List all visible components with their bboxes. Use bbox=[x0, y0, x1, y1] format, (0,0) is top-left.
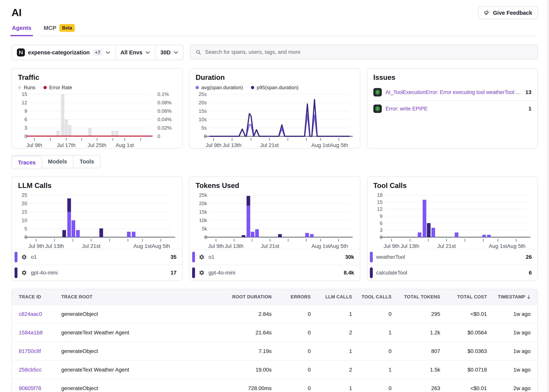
tab-traces[interactable]: Traces bbox=[12, 156, 42, 169]
tokens-series-row[interactable]: o130k bbox=[189, 249, 360, 265]
timestamp-cell[interactable]: 1w ago bbox=[487, 329, 531, 336]
table-row[interactable]: 81750c8fgenerateObject7.19s010807$0.0363… bbox=[12, 342, 537, 360]
trace-id-link[interactable]: 258cb5cc bbox=[19, 367, 61, 373]
legend-label: p95(span.duration) bbox=[257, 84, 299, 91]
duration-legend-item[interactable]: avg(span.duration) bbox=[196, 84, 243, 91]
svg-text:15s: 15s bbox=[199, 108, 207, 114]
project-name: expense-categorization bbox=[28, 49, 90, 56]
tokens-used-panel: Tokens Used 05k10k15k20k25kJul 9thJul 13… bbox=[189, 176, 360, 281]
trace-root-cell: generateText Weather Agent bbox=[61, 329, 218, 336]
page-content: AI Give Feedback Agents MCP Beta expense… bbox=[0, 0, 549, 392]
svg-text:Aug 5th: Aug 5th bbox=[507, 243, 525, 249]
series-label: gpt-4o-mini bbox=[208, 270, 340, 276]
env-filter-label: All Envs bbox=[121, 49, 142, 56]
traffic-legend-item[interactable]: Runs bbox=[18, 84, 36, 91]
scrollbar-track[interactable] bbox=[548, 0, 548, 392]
svg-text:25s: 25s bbox=[199, 91, 207, 97]
tool-calls-cell: 0 bbox=[352, 311, 392, 317]
env-filter[interactable]: All Envs bbox=[115, 45, 155, 60]
llm-series-row[interactable]: o135 bbox=[12, 249, 182, 265]
svg-text:Jul 17th: Jul 17th bbox=[57, 142, 76, 148]
column-header-root-duration[interactable]: ROOT DURATION bbox=[218, 294, 272, 300]
issue-row[interactable]: AI_ToolExecutionError: Error executing t… bbox=[367, 84, 537, 100]
trace-id-link[interactable]: 81750c8f bbox=[19, 348, 61, 354]
llm-calls-cell: 2 bbox=[311, 329, 352, 336]
search-icon bbox=[195, 49, 201, 55]
timestamp-cell[interactable]: 2w ago bbox=[487, 385, 531, 392]
svg-text:Aug 5th: Aug 5th bbox=[152, 243, 170, 249]
total-tokens-cell: 263 bbox=[392, 385, 440, 392]
legend-dot bbox=[196, 86, 199, 89]
traffic-title: Traffic bbox=[18, 73, 176, 82]
svg-text:Aug 5th: Aug 5th bbox=[329, 243, 348, 249]
series-color-swatch bbox=[370, 252, 373, 262]
trace-root-cell: generateObject bbox=[61, 385, 218, 392]
tab-mcp-label: MCP bbox=[44, 25, 57, 31]
total-cost-cell: <$0.01 bbox=[440, 385, 487, 392]
tab-tools[interactable]: Tools bbox=[74, 155, 100, 168]
traffic-legend: RunsError Rate bbox=[18, 84, 176, 91]
give-feedback-button[interactable]: Give Feedback bbox=[478, 7, 538, 19]
column-header-trace-root[interactable]: TRACE ROOT bbox=[61, 294, 218, 300]
tool-calls-cell: 0 bbox=[352, 348, 392, 354]
openai-icon bbox=[199, 254, 205, 260]
tools-series-row[interactable]: calculateTool6 bbox=[367, 265, 537, 280]
series-value: 17 bbox=[171, 270, 176, 276]
root-duration-cell: 21.64s bbox=[218, 329, 272, 336]
issue-link[interactable]: AI_ToolExecutionError: Error executing t… bbox=[385, 89, 522, 95]
tokens-used-chart: 05k10k15k20k25kJul 9thJul 13thJul 21stAu… bbox=[196, 192, 354, 249]
trace-id-link[interactable]: c824aac0 bbox=[19, 311, 61, 317]
traffic-legend-item[interactable]: Error Rate bbox=[43, 84, 72, 91]
issue-row[interactable]: Error: write EPIPE1 bbox=[367, 100, 537, 117]
svg-text:10s: 10s bbox=[199, 117, 207, 122]
date-range-filter[interactable]: 30D bbox=[155, 45, 183, 60]
table-row[interactable]: 258cb5ccgenerateText Weather Agent19.00s… bbox=[12, 360, 537, 379]
legend-label: avg(span.duration) bbox=[201, 84, 243, 91]
column-header-errors[interactable]: ERRORS bbox=[272, 294, 311, 300]
search-input[interactable] bbox=[205, 49, 533, 55]
column-header-total-tokens[interactable]: TOTAL TOKENS bbox=[392, 294, 440, 300]
tab-agents-label: Agents bbox=[12, 25, 31, 31]
timestamp-cell[interactable]: 1w ago bbox=[487, 311, 531, 317]
trace-id-link[interactable]: 1584a1b8 bbox=[19, 329, 61, 336]
tab-agents[interactable]: Agents bbox=[12, 24, 32, 35]
tab-mcp[interactable]: MCP Beta bbox=[43, 24, 75, 35]
svg-text:Jul 21st: Jul 21st bbox=[82, 243, 100, 249]
metric-panels: LLM Calls 0510152025Jul 9thJul 13thJul 2… bbox=[12, 176, 538, 281]
svg-text:9: 9 bbox=[25, 108, 27, 114]
filter-group: expense-categorization +7 All Envs 30D bbox=[12, 45, 184, 60]
svg-text:Jul 13th: Jul 13th bbox=[45, 243, 64, 249]
total-cost-cell: $0.0718 bbox=[440, 367, 487, 373]
svg-text:5k: 5k bbox=[202, 226, 207, 231]
tools-series-row[interactable]: weatherTool26 bbox=[367, 249, 537, 265]
timestamp-cell[interactable]: 1w ago bbox=[487, 367, 531, 373]
column-header-tool-calls[interactable]: TOOL CALLS bbox=[352, 294, 392, 300]
tokens-series-row[interactable]: gpt-4o-mini8.4k bbox=[189, 265, 360, 280]
column-header-total-cost[interactable]: TOTAL COST bbox=[440, 294, 487, 300]
table-row[interactable]: 90605f78generateObject728.00ms010263<$0.… bbox=[12, 379, 537, 392]
project-filter[interactable]: expense-categorization +7 bbox=[12, 45, 115, 60]
column-header-timestamp[interactable]: TIMESTAMP bbox=[487, 294, 531, 300]
total-cost-cell: <$0.01 bbox=[440, 311, 487, 317]
svg-text:18: 18 bbox=[377, 192, 383, 198]
svg-text:Jul 9th: Jul 9th bbox=[26, 142, 42, 148]
tab-models[interactable]: Models bbox=[42, 155, 74, 168]
column-header-trace-id[interactable]: TRACE ID bbox=[19, 294, 61, 300]
svg-text:Jul 21st: Jul 21st bbox=[261, 243, 279, 249]
duration-legend-item[interactable]: p95(span.duration) bbox=[251, 84, 299, 91]
series-value: 6 bbox=[529, 270, 532, 276]
table-row[interactable]: c824aac0generateObject2.84s010295<$0.011… bbox=[12, 305, 537, 323]
issue-link[interactable]: Error: write EPIPE bbox=[385, 106, 525, 112]
llm-series-row[interactable]: gpt-4o-mini17 bbox=[12, 265, 182, 280]
overview-panels: Traffic RunsError Rate 0030.02%60.04%90.… bbox=[12, 68, 538, 148]
column-header-llm-calls[interactable]: LLM CALLS bbox=[311, 294, 352, 300]
openai-icon bbox=[21, 254, 27, 260]
legend-dot bbox=[18, 86, 21, 89]
table-row[interactable]: 1584a1b8generateText Weather Agent21.64s… bbox=[12, 323, 537, 342]
svg-text:Jul 25th: Jul 25th bbox=[87, 142, 106, 148]
llm-calls-legend: o135gpt-4o-mini17 bbox=[12, 249, 182, 280]
timestamp-cell[interactable]: 1w ago bbox=[487, 348, 531, 354]
svg-text:Jul 13th: Jul 13th bbox=[223, 142, 242, 148]
svg-text:15: 15 bbox=[22, 209, 27, 215]
trace-id-link[interactable]: 90605f78 bbox=[19, 385, 61, 392]
